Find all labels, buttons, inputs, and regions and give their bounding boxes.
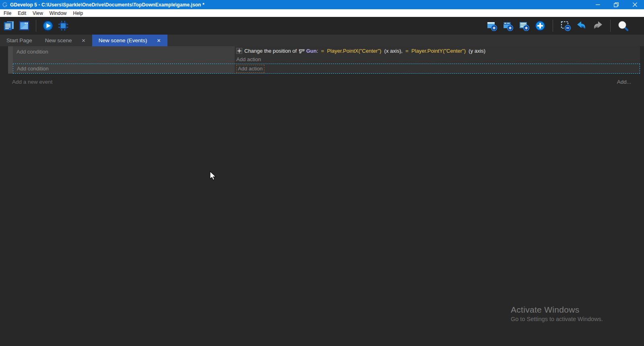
play-icon[interactable] xyxy=(42,20,54,31)
close-button[interactable] xyxy=(625,0,644,9)
menu-edit[interactable]: Edit xyxy=(17,10,30,16)
action-object-name: Gun xyxy=(306,48,317,54)
tab-bar: Start Page New scene ✕ New scene (Events… xyxy=(0,35,644,46)
menu-window[interactable]: Window xyxy=(49,10,71,16)
tab-close-icon[interactable]: ✕ xyxy=(80,38,87,43)
menu-help[interactable]: Help xyxy=(72,10,87,16)
event-row-1[interactable]: Add condition Change the position of xyxy=(8,46,640,64)
action-y-axis-label: (y axis) xyxy=(466,48,485,54)
minimize-button[interactable] xyxy=(588,0,607,9)
activate-windows-watermark: Activate Windows Go to Settings to activ… xyxy=(511,305,603,322)
position-action-icon xyxy=(236,48,242,54)
add-condition-placeholder[interactable]: Add condition xyxy=(17,66,49,72)
events-footer: Add a new event Add... xyxy=(12,79,640,85)
toolbar-separator xyxy=(553,20,553,32)
add-condition-placeholder[interactable]: Add condition xyxy=(17,49,48,55)
events-sheet: Add condition Change the position of xyxy=(0,46,644,346)
gdevelop-window: { "window": { "title": "GDevelop 5 - C:\… xyxy=(0,0,644,346)
window-title: GDevelop 5 - C:\Users\Sparkle\OneDrive\D… xyxy=(10,2,204,8)
tab-new-scene-events[interactable]: New scene (Events) ✕ xyxy=(92,35,167,46)
event-row-body: Add condition Change the position of xyxy=(13,46,640,64)
event-drag-handle[interactable] xyxy=(8,46,13,64)
search-icon[interactable] xyxy=(617,20,629,31)
toolbar xyxy=(0,17,644,35)
event-drag-handle[interactable] xyxy=(8,64,13,74)
gun-object-icon xyxy=(299,49,305,54)
actions-cell[interactable]: Change the position of Gun: = Player.Poi… xyxy=(235,46,640,64)
add-action-placeholder[interactable]: Add action xyxy=(236,65,264,73)
add-action-placeholder[interactable]: Add action xyxy=(235,56,640,64)
menu-view[interactable]: View xyxy=(32,10,47,16)
add-comment-icon[interactable] xyxy=(518,20,530,31)
add-new-event-button[interactable]: Add a new event xyxy=(12,79,53,85)
action-y-expression: = Player.PointY("Center") xyxy=(405,48,466,54)
add-more-icon[interactable] xyxy=(535,20,546,31)
toolbar-separator xyxy=(610,20,611,32)
add-subevent-icon[interactable] xyxy=(502,20,514,31)
conditions-cell[interactable]: Add condition xyxy=(13,46,235,64)
debug-icon[interactable] xyxy=(58,20,69,31)
action-text-prefix: Change the position of xyxy=(244,48,298,54)
tab-label: Start Page xyxy=(5,37,34,43)
project-manager-icon[interactable] xyxy=(3,20,14,31)
undo-icon[interactable] xyxy=(576,20,587,31)
toolbar-separator xyxy=(36,20,36,32)
toolbar-left-group xyxy=(3,20,69,32)
watermark-subtitle: Go to Settings to activate Windows. xyxy=(511,316,603,322)
gdevelop-logo-icon xyxy=(2,2,8,8)
delete-selection-icon[interactable] xyxy=(560,20,571,31)
action-change-position[interactable]: Change the position of Gun: = Player.Poi… xyxy=(235,46,640,56)
tab-start-page[interactable]: Start Page xyxy=(0,35,39,46)
menu-bar: File Edit View Window Help xyxy=(0,9,644,17)
scene-editor-icon[interactable] xyxy=(19,20,30,31)
window-controls xyxy=(588,0,644,9)
watermark-title: Activate Windows xyxy=(511,305,603,315)
add-action-drop-target[interactable]: Add action xyxy=(235,64,640,73)
actions-cell[interactable]: Add action xyxy=(235,64,640,73)
restore-button[interactable] xyxy=(607,0,625,9)
conditions-cell[interactable]: Add condition xyxy=(13,64,235,73)
add-event-icon[interactable] xyxy=(486,20,497,31)
menu-file[interactable]: File xyxy=(3,10,15,16)
action-x-axis-label: (x axis), xyxy=(381,48,405,54)
tab-label: New scene (Events) xyxy=(97,37,149,43)
action-x-expression: = Player.PointX("Center") xyxy=(321,48,382,54)
tab-close-icon[interactable]: ✕ xyxy=(155,38,162,43)
action-separator: : xyxy=(317,48,321,54)
add-event-menu-button[interactable]: Add... xyxy=(617,79,640,85)
toolbar-right-group xyxy=(486,20,629,32)
redo-icon[interactable] xyxy=(592,20,603,31)
event-selection-outline: Add condition Add action xyxy=(13,64,640,74)
event-row-2-selected[interactable]: Add condition Add action xyxy=(8,64,640,74)
title-bar: GDevelop 5 - C:\Users\Sparkle\OneDrive\D… xyxy=(0,0,644,9)
tab-label: New scene xyxy=(43,37,74,43)
tab-new-scene[interactable]: New scene ✕ xyxy=(39,35,92,46)
